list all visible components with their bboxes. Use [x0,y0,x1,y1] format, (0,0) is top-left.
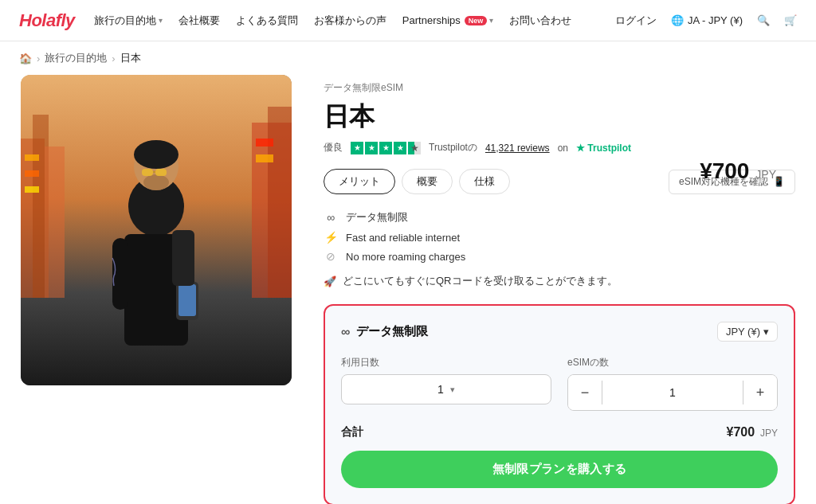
nav-faq[interactable]: よくある質問 [236,14,298,28]
trustpilot-row: 優良 ★ ★ ★ ★ ★ Trustpilotの 41,321 reviews … [324,141,795,154]
trustpilot-link[interactable]: 41,321 reviews [485,143,550,154]
no-roaming-icon: ⊘ [324,250,338,263]
purchase-box: ∞ データ無制限 JPY (¥) ▾ 利用日数 1 [324,304,795,504]
star-3: ★ [379,142,392,154]
star-4: ★ [394,142,406,154]
star-5-half: ★ [408,142,421,154]
product-price: ¥700 [700,158,749,183]
svg-point-14 [143,174,169,190]
logo[interactable]: Holafly [19,10,75,31]
lightning-icon: ⚡ [324,231,338,244]
globe-icon: 🌐 [671,14,684,26]
breadcrumb-sep-1: › [37,53,40,64]
breadcrumb-home[interactable]: 🏠 [19,53,32,64]
purchase-infinity-icon: ∞ [341,325,350,339]
nav-partnerships[interactable]: Partnerships New ▾ [402,14,494,26]
star-1: ★ [351,142,363,154]
currency-selector[interactable]: JPY (¥) ▾ [717,322,778,342]
total-price-value: ¥700 [727,425,755,439]
feature-list: ∞ データ無制限 ⚡ Fast and reliable internet ⊘ … [324,210,795,263]
chevron-down-icon-4: ▾ [450,385,455,395]
days-value: 1 [437,383,444,396]
product-image [21,75,292,385]
days-label: 利用日数 [341,356,551,369]
chevron-down-icon: ▾ [159,16,163,25]
product-image-svg [21,75,292,385]
feature-text-roaming: No more roaming charges [346,251,465,263]
breadcrumb-sep-2: › [112,53,115,64]
esim-count-value: 1 [602,378,743,407]
product-category: データ無制限eSIM [324,81,795,95]
nav-about[interactable]: 会社概要 [178,14,220,28]
new-badge: New [465,16,488,25]
trust-label: 優良 [324,141,343,154]
total-row: 合計 ¥700 JPY [341,425,778,440]
svg-rect-9 [256,139,273,147]
esim-counter: − 1 + [567,374,778,411]
svg-rect-22 [178,284,196,316]
main-content: ¥700 JPY データ無制限eSIM 日本 優良 ★ ★ ★ ★ ★ Trus… [2,75,814,504]
trust-stars: ★ ★ ★ ★ ★ [351,142,421,154]
rocket-icon: 🚀 [324,275,336,287]
search-button[interactable]: 🔍 [757,14,770,26]
total-currency-label: JPY [760,428,778,439]
product-details: データ無制限eSIM 日本 優良 ★ ★ ★ ★ ★ Trustpilotの 4… [324,75,795,504]
svg-rect-5 [268,107,292,298]
feature-item-roaming: ⊘ No more roaming charges [324,250,795,263]
svg-point-13 [134,140,178,169]
feature-text-data: データ無制限 [346,210,408,225]
esim-count-group: eSIMの数 − 1 + [567,356,778,411]
svg-rect-7 [25,170,39,177]
days-selector-control[interactable]: 1 ▾ [341,374,551,404]
cart-button[interactable]: 🛒 [784,14,797,26]
tab-specs[interactable]: 仕様 [459,169,510,194]
svg-rect-10 [256,154,273,162]
currency-value: JPY (¥) [726,326,760,338]
feature-item-data: ∞ データ無制限 [324,210,795,225]
chevron-down-icon-2: ▾ [489,16,493,25]
days-selector-group: 利用日数 1 ▾ [341,356,551,411]
nav-links: 旅行の目的地 ▾ 会社概要 よくある質問 お客様からの声 Partnership… [94,14,596,28]
days-dropdown[interactable]: 1 ▾ [342,375,551,404]
chevron-down-icon-3: ▾ [763,326,769,338]
svg-rect-23 [172,230,194,286]
buy-button[interactable]: 無制限プランを購入する [341,451,778,488]
esim-decrement-button[interactable]: − [568,375,602,410]
breadcrumb-level1[interactable]: 旅行の目的地 [45,51,107,65]
login-button[interactable]: ログイン [615,14,657,28]
feature-item-internet: ⚡ Fast and reliable internet [324,231,795,244]
tab-overview[interactable]: 概要 [402,169,453,194]
total-label: 合計 [341,425,363,440]
product-image-wrap [21,75,292,504]
esim-count-label: eSIMの数 [567,356,778,369]
total-price-display: ¥700 JPY [727,425,779,440]
price-currency: JPY [755,168,776,181]
navbar: Holafly 旅行の目的地 ▾ 会社概要 よくある質問 お客様からの声 Par… [0,0,816,41]
svg-rect-8 [25,186,39,193]
delivery-text: どこにいてもすぐにQRコードを受け取ることができます。 [343,274,618,288]
trustpilot-on-text: on [558,143,568,154]
svg-rect-15 [142,169,153,176]
selectors-row: 利用日数 1 ▾ eSIMの数 − [341,356,778,411]
esim-increment-button[interactable]: + [743,375,777,410]
svg-rect-16 [155,169,167,176]
nav-reviews[interactable]: お客様からの声 [314,14,386,28]
breadcrumb: 🏠 › 旅行の目的地 › 日本 [0,41,816,75]
infinity-icon: ∞ [324,211,338,224]
purchase-box-title: ∞ データ無制限 [341,324,428,339]
purchase-box-header: ∞ データ無制限 JPY (¥) ▾ [341,322,778,342]
star-2: ★ [365,142,378,154]
svg-rect-6 [25,154,39,161]
trustpilot-reviews-text: Trustpilotの [429,141,477,154]
right-area: ¥700 JPY データ無制限eSIM 日本 優良 ★ ★ ★ ★ ★ Trus… [324,75,795,504]
nav-contact[interactable]: お問い合わせ [509,14,571,28]
language-selector[interactable]: 🌐 JA - JPY (¥) [671,14,743,26]
nav-destinations[interactable]: 旅行の目的地 ▾ [94,14,163,28]
feature-text-internet: Fast and reliable internet [346,232,460,244]
trustpilot-logo: ★ Trustpilot [576,143,631,154]
tab-merits[interactable]: メリット [324,169,395,194]
delivery-row: 🚀 どこにいてもすぐにQRコードを受け取ることができます。 [324,274,795,288]
product-title: 日本 [324,100,795,135]
navbar-right: ログイン 🌐 JA - JPY (¥) 🔍 🛒 [615,14,797,28]
breadcrumb-current: 日本 [120,51,141,65]
